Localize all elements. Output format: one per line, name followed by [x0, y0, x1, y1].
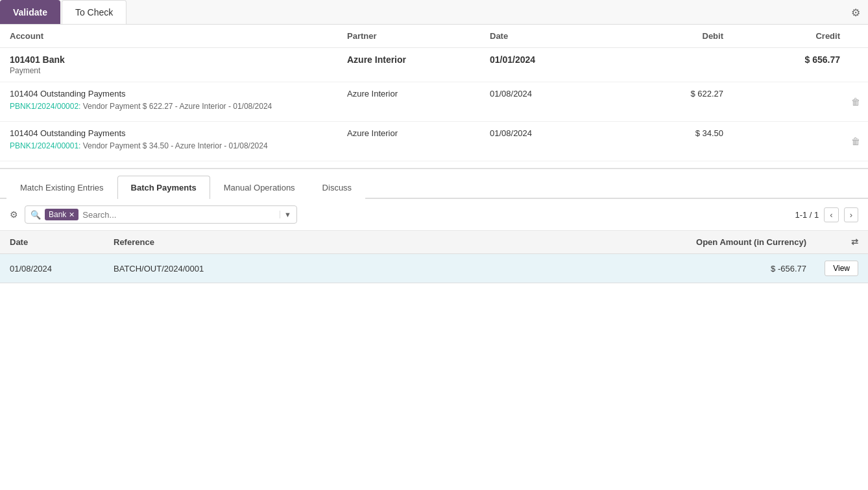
- settings-icon-top[interactable]: ⚙: [851, 6, 860, 18]
- batch-col-open-amount: Open Amount (in Currency): [625, 237, 806, 247]
- col-partner: Partner: [347, 31, 490, 41]
- pagination: 1-1 / 1 ‹ ›: [795, 207, 858, 222]
- batch-row-date: 01/08/2024: [10, 264, 114, 274]
- filter-label: Bank: [49, 210, 66, 219]
- reconciliation-table: Account Partner Date Debit Credit 101401…: [0, 25, 868, 169]
- batch-col-reference: Reference: [114, 237, 625, 247]
- column-headers: Account Partner Date Debit Credit: [0, 25, 868, 48]
- tab-match-existing-entries[interactable]: Match Existing Entries: [6, 176, 117, 199]
- pagination-label: 1-1 / 1: [795, 210, 819, 220]
- account-cell: 101401 Bank Payment: [10, 54, 347, 75]
- date-value: 01/08/2024: [490, 89, 607, 99]
- batch-toolbar: ⚙ 🔍 Bank ✕ ▼ 1-1 / 1 ‹ ›: [0, 199, 868, 231]
- tab-discuss[interactable]: Discuss: [309, 176, 366, 199]
- col-date: Date: [490, 31, 607, 41]
- delete-icon[interactable]: 🗑: [851, 97, 860, 107]
- settings-icon-col: ⇄: [806, 237, 858, 247]
- entry-link[interactable]: PBNK1/2024/00002:: [10, 102, 80, 111]
- partner-name: Azure Interior: [347, 89, 490, 99]
- account-cell: 101404 Outstanding Payments PBNK1/2024/0…: [10, 89, 347, 111]
- col-settings-icon[interactable]: ⇄: [851, 237, 858, 247]
- view-button[interactable]: View: [825, 261, 858, 276]
- bottom-section: Match Existing Entries Batch Payments Ma…: [0, 176, 868, 283]
- partner-name: Azure Interior: [347, 54, 490, 65]
- to-check-tab[interactable]: To Check: [62, 0, 127, 24]
- table-row: 101401 Bank Payment Azure Interior 01/01…: [0, 48, 868, 82]
- batch-column-headers: Date Reference Open Amount (in Currency)…: [0, 231, 868, 254]
- tab-batch-payments[interactable]: Batch Payments: [117, 176, 210, 199]
- top-tabs-bar: Validate To Check ⚙: [0, 0, 868, 25]
- col-credit: Credit: [723, 31, 840, 41]
- partner-name: Azure Interior: [347, 128, 490, 138]
- account-name: 101404 Outstanding Payments: [10, 128, 347, 138]
- account-sub: Payment: [10, 66, 347, 75]
- dropdown-arrow-icon[interactable]: ▼: [280, 211, 291, 218]
- bottom-tabs-bar: Match Existing Entries Batch Payments Ma…: [0, 176, 868, 199]
- search-bar: 🔍 Bank ✕ ▼: [25, 205, 297, 224]
- debit-value: $ 622.27: [607, 89, 723, 99]
- delete-icon[interactable]: 🗑: [851, 136, 860, 146]
- date-value: 01/01/2024: [490, 54, 607, 65]
- table-row: 101404 Outstanding Payments PBNK1/2024/0…: [0, 122, 868, 161]
- batch-col-date: Date: [10, 237, 114, 247]
- table-row: 101404 Outstanding Payments PBNK1/2024/0…: [0, 82, 868, 122]
- search-icon: 🔍: [30, 210, 41, 220]
- search-input[interactable]: [82, 210, 276, 220]
- account-cell: 101404 Outstanding Payments PBNK1/2024/0…: [10, 128, 347, 150]
- entry-link-desc: Vendor Payment $ 622.27 - Azure Interior…: [80, 102, 272, 111]
- account-name: 101401 Bank: [10, 54, 347, 65]
- next-page-button[interactable]: ›: [844, 207, 858, 222]
- tab-manual-operations[interactable]: Manual Operations: [210, 176, 309, 199]
- col-account: Account: [10, 31, 347, 41]
- filter-remove-icon[interactable]: ✕: [69, 211, 75, 219]
- prev-page-button[interactable]: ‹: [824, 207, 838, 222]
- batch-table-row: 01/08/2024 BATCH/OUT/2024/0001 $ -656.77…: [0, 254, 868, 283]
- batch-row-reference: BATCH/OUT/2024/0001: [114, 264, 625, 274]
- debit-value: $ 34.50: [607, 128, 723, 138]
- col-debit: Debit: [607, 31, 723, 41]
- entry-link-desc: Vendor Payment $ 34.50 - Azure Interior …: [80, 141, 267, 150]
- batch-row-amount: $ -656.77: [625, 264, 806, 274]
- account-name: 101404 Outstanding Payments: [10, 89, 347, 99]
- filter-tag-bank: Bank ✕: [45, 209, 78, 220]
- date-value: 01/08/2024: [490, 128, 607, 138]
- credit-value: $ 656.77: [723, 54, 840, 65]
- entry-link[interactable]: PBNK1/2024/00001:: [10, 141, 80, 150]
- validate-button[interactable]: Validate: [0, 0, 60, 24]
- gear-icon-batch[interactable]: ⚙: [10, 209, 18, 220]
